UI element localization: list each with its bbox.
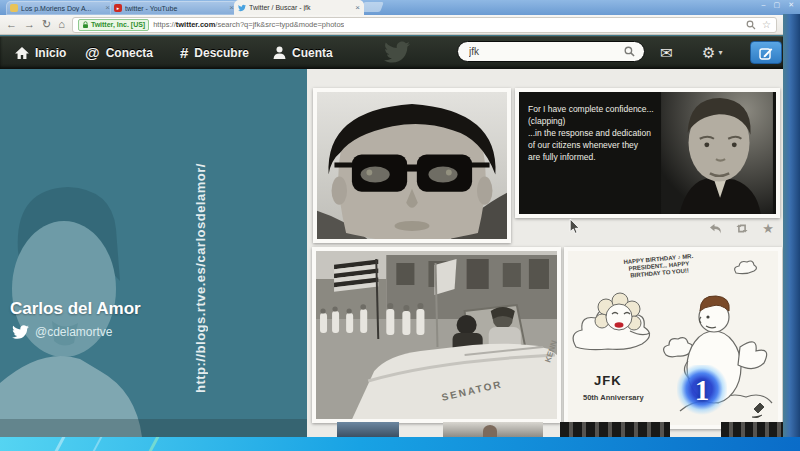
twitter-bird-icon xyxy=(12,325,29,339)
nav-label: Cuenta xyxy=(292,46,333,60)
tv-frame-edge xyxy=(783,14,800,437)
tab-blog[interactable]: Los p.Moriens Doy A... × xyxy=(6,1,114,15)
gear-icon: ⚙ xyxy=(702,45,715,60)
tab-title: Los p.Moriens Doy A... xyxy=(21,5,102,12)
band-streak xyxy=(53,437,66,451)
settings-gear-button[interactable]: ⚙ ▾ xyxy=(702,36,722,69)
browser-tabstrip: Los p.Moriens Doy A... × ▸ twitter - You… xyxy=(0,0,800,15)
twitter-page: http://blogs.rtve.es/carlosdelamor/ Carl… xyxy=(0,69,783,437)
tab-close-icon[interactable]: × xyxy=(355,4,360,12)
compose-pen-icon xyxy=(759,46,773,60)
nav-item-conecta[interactable]: @ Conecta xyxy=(85,36,153,69)
ev-badge-label: Twitter, Inc. [US] xyxy=(91,21,145,28)
tv-lower-band xyxy=(0,437,800,451)
twitter-favicon xyxy=(238,4,246,12)
lock-icon xyxy=(82,21,89,29)
band-streak xyxy=(147,437,160,451)
partial-photo[interactable] xyxy=(560,422,670,437)
search-icon[interactable] xyxy=(746,20,756,30)
nav-item-cuenta[interactable]: Cuenta xyxy=(273,36,333,69)
browser-toolbar: ← → ↻ ⌂ Twitter, Inc. [US] https://twitt… xyxy=(0,15,783,35)
motorcade-image: SENATOR KENN xyxy=(316,251,557,419)
url-text: https://twitter.com/search?q=jfk&src=typ… xyxy=(153,20,344,29)
reply-icon[interactable] xyxy=(709,223,722,234)
shade-overlay xyxy=(0,419,307,437)
chevron-down-icon: ▾ xyxy=(718,49,722,57)
back-button[interactable]: ← xyxy=(6,19,17,30)
search-input[interactable] xyxy=(467,45,620,58)
host-twitter-handle: @cdelamortve xyxy=(12,325,113,339)
jfk-sunglasses-image xyxy=(317,92,507,239)
quote-image: For I have complete confidence... (clapp… xyxy=(519,92,776,214)
home-icon xyxy=(15,47,29,59)
host-portrait-photo xyxy=(0,131,160,437)
at-icon: @ xyxy=(85,45,100,60)
tweet-photo-jfk-sunglasses[interactable] xyxy=(313,88,511,243)
page-favicon xyxy=(10,4,18,12)
ev-certificate-badge[interactable]: Twitter, Inc. [US] xyxy=(78,19,149,31)
tweet-photo-cartoon[interactable]: HAPPY BIRTHDAY ♪ MR. PRESIDENT... HAPPY … xyxy=(564,247,782,429)
compose-tweet-button[interactable] xyxy=(750,41,782,64)
handle-text: @cdelamortve xyxy=(35,325,113,339)
twitter-logo-icon[interactable] xyxy=(384,41,410,63)
twitter-search-box[interactable] xyxy=(457,41,645,62)
maximize-icon[interactable]: ▢ xyxy=(774,1,781,8)
nav-label: Descubre xyxy=(194,46,249,60)
jfk-portrait-image xyxy=(658,92,776,214)
cartoon-title: JFK xyxy=(594,373,622,388)
partial-photo[interactable] xyxy=(721,422,783,437)
host-name: Carlos del Amor xyxy=(10,299,141,319)
address-bar[interactable]: Twitter, Inc. [US] https://twitter.com/s… xyxy=(72,17,777,33)
forward-button[interactable]: → xyxy=(24,19,35,30)
minimize-icon[interactable]: – xyxy=(762,1,766,8)
partial-photo[interactable] xyxy=(337,422,399,437)
tv-frame: Los p.Moriens Doy A... × ▸ twitter - You… xyxy=(0,0,800,451)
band-streak xyxy=(91,437,103,451)
channel-number: 1 xyxy=(695,374,710,407)
tab-twitter-search[interactable]: Twitter / Buscar - jfk × xyxy=(234,0,364,15)
bookmark-star-icon[interactable]: ☆ xyxy=(762,20,771,30)
partial-photo[interactable] xyxy=(443,422,543,437)
close-icon[interactable]: ✕ xyxy=(788,1,794,8)
retweet-icon[interactable] xyxy=(735,223,749,234)
home-button[interactable]: ⌂ xyxy=(58,19,65,30)
tweet-actions: ★ xyxy=(515,222,780,235)
cartoon-subtitle: 50th Anniversary xyxy=(583,393,644,402)
quote-text: For I have complete confidence... (clapp… xyxy=(528,103,668,163)
youtube-favicon: ▸ xyxy=(114,4,122,12)
window-controls: – ▢ ✕ xyxy=(762,1,794,8)
tweet-photo-jfk-quote[interactable]: For I have complete confidence... (clapp… xyxy=(515,88,780,218)
tweet-photo-motorcade[interactable]: SENATOR KENN xyxy=(312,247,561,423)
reload-button[interactable]: ↻ xyxy=(42,19,51,30)
cartoon-image: HAPPY BIRTHDAY ♪ MR. PRESIDENT... HAPPY … xyxy=(568,251,778,425)
channel-logo-la1: 1 xyxy=(677,365,727,415)
twitter-navbar: Inicio @ Conecta # Descubre Cuenta ✉ ⚙ ▾ xyxy=(0,36,783,69)
tab-youtube[interactable]: ▸ twitter - YouTube × xyxy=(110,1,238,15)
next-photo-row xyxy=(307,422,783,437)
nav-item-descubre[interactable]: # Descubre xyxy=(180,36,249,69)
person-icon xyxy=(273,46,286,59)
blog-url-vertical: http://blogs.rtve.es/carlosdelamor/ xyxy=(193,77,208,393)
favorite-star-icon[interactable]: ★ xyxy=(762,222,774,235)
nav-label: Conecta xyxy=(106,46,153,60)
tab-title: Twitter / Buscar - jfk xyxy=(249,4,352,11)
messages-envelope-icon[interactable]: ✉ xyxy=(660,36,673,69)
tab-title: twitter - YouTube xyxy=(125,5,226,12)
search-icon[interactable] xyxy=(624,46,635,57)
nav-label: Inicio xyxy=(35,46,66,60)
mouse-cursor xyxy=(569,219,580,234)
hash-icon: # xyxy=(180,45,188,60)
nav-item-inicio[interactable]: Inicio xyxy=(15,36,66,69)
